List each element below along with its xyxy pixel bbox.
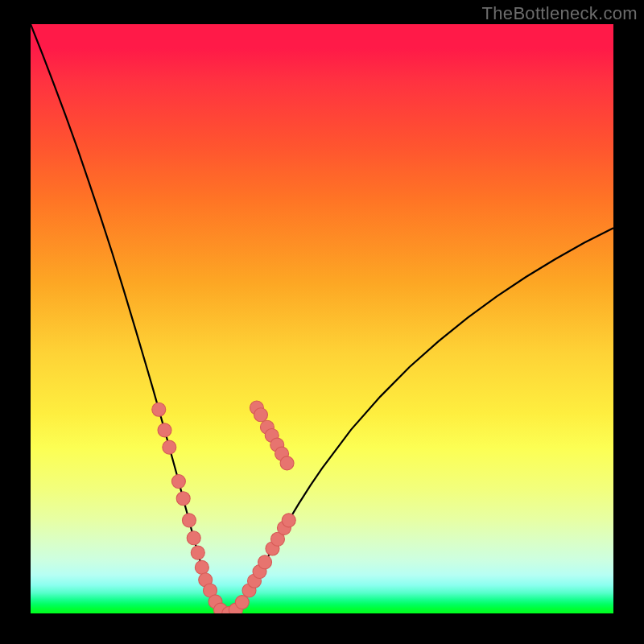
plot-area [31,24,613,613]
watermark-label: TheBottleneck.com [482,3,638,24]
outer-frame: TheBottleneck.com [0,0,644,644]
bottleneck-curve [31,24,613,613]
